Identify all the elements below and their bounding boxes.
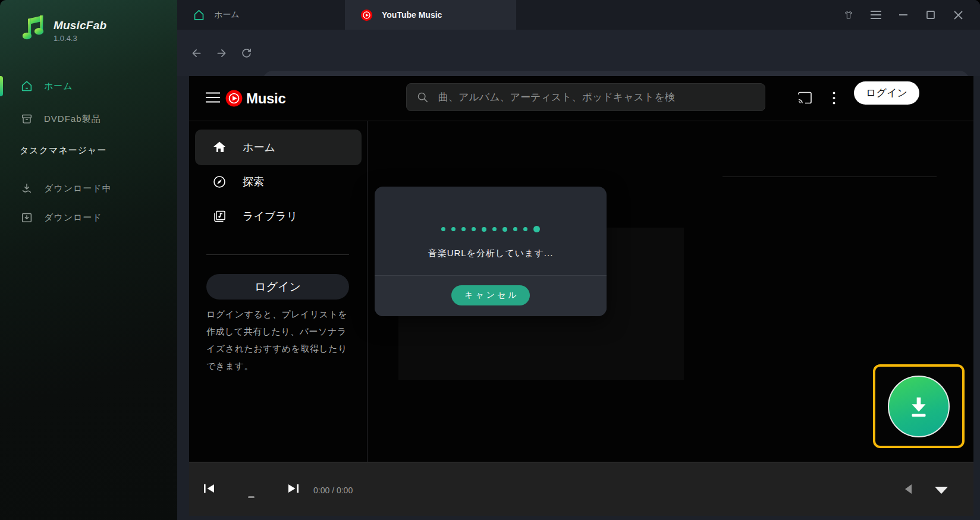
download-button-highlight — [873, 364, 965, 448]
menu-icon[interactable] — [871, 10, 881, 20]
tab-label: YouTube Music — [382, 10, 442, 20]
app-title: MusicFab — [54, 19, 106, 32]
minimize-icon[interactable] — [898, 10, 909, 20]
ytmusic-content: 音楽URLを分析しています... キャンセル — [368, 121, 973, 462]
download-icon — [905, 393, 932, 420]
download-button[interactable] — [888, 376, 950, 437]
cast-icon[interactable] — [797, 92, 812, 104]
sidebar-item-label: DVDFab製品 — [44, 114, 101, 125]
youtube-music-page: Music — [189, 76, 973, 516]
home-icon — [20, 80, 33, 93]
collapse-left-icon[interactable] — [905, 484, 912, 494]
player-expand-icon[interactable] — [935, 487, 948, 494]
library-icon — [212, 209, 227, 223]
app-version: 1.0.4.3 — [54, 34, 106, 43]
ytmusic-sidebar: ホーム 探索 — [189, 121, 368, 462]
tab-home[interactable]: ホーム — [177, 0, 345, 30]
product-box-icon — [20, 112, 33, 125]
sidebar-item-downloaded[interactable]: ダウンロード — [0, 207, 177, 228]
analyzing-dialog: 音楽URLを分析しています... キャンセル — [375, 187, 607, 316]
search-box[interactable] — [406, 83, 765, 111]
close-icon[interactable] — [953, 10, 963, 20]
musicfab-sidebar: MusicFab 1.0.4.3 ホーム DVDFab製品 タスクマネージャー — [0, 0, 177, 520]
sidebar-login-button[interactable]: ログイン — [206, 274, 349, 300]
home-icon — [193, 9, 205, 21]
sidebar-item-dvdfab-products[interactable]: DVDFab製品 — [0, 108, 177, 130]
kebab-menu-icon[interactable] — [833, 92, 835, 105]
tab-label: ホーム — [214, 10, 240, 20]
maximize-icon[interactable] — [925, 10, 936, 20]
content-divider — [723, 177, 937, 177]
sidebar-item-label: ホーム — [44, 81, 73, 92]
hamburger-menu-icon[interactable] — [206, 92, 220, 103]
playback-time: 0:00 / 0:00 — [313, 486, 353, 495]
player-bar: 0:00 / 0:00 — [189, 462, 973, 516]
address-bar — [177, 30, 980, 76]
ytmusic-nav-library[interactable]: ライブラリ — [195, 200, 362, 233]
play-button-loading-indicator — [248, 496, 255, 498]
nav-label: 探索 — [243, 175, 264, 189]
sidebar-item-label: ダウンロード中 — [44, 183, 112, 194]
downloading-icon — [20, 182, 33, 195]
cancel-button[interactable]: キャンセル — [451, 285, 530, 305]
youtube-music-icon — [225, 90, 243, 107]
next-track-icon[interactable] — [287, 484, 299, 493]
sidebar-section-task-manager[interactable]: タスクマネージャー — [20, 145, 162, 156]
sidebar-item-label: ダウンロード — [44, 212, 102, 223]
app-logo: MusicFab 1.0.4.3 — [19, 13, 106, 43]
loading-dots — [375, 226, 607, 232]
browser-panel: ホーム YouTube Music — [177, 0, 980, 520]
tab-bar: ホーム YouTube Music — [177, 0, 980, 30]
login-description: ログインすると、プレイリストを作成して共有したり、パーソナライズされたおすすめを… — [206, 305, 354, 374]
sidebar-divider — [206, 254, 349, 255]
window-controls — [843, 0, 980, 30]
ytmusic-nav-explore[interactable]: 探索 — [195, 165, 362, 198]
header-login-button[interactable]: ログイン — [854, 81, 919, 105]
youtube-music-icon — [360, 9, 373, 21]
theme-skin-icon[interactable] — [843, 10, 854, 20]
musicfab-window: MusicFab 1.0.4.3 ホーム DVDFab製品 タスクマネージャー — [0, 0, 980, 520]
ytmusic-nav-home[interactable]: ホーム — [195, 130, 362, 165]
nav-label: ホーム — [243, 140, 275, 155]
compass-icon — [212, 175, 227, 189]
musicfab-logo-icon — [19, 13, 46, 42]
ytmusic-logo[interactable]: Music — [225, 90, 286, 107]
dialog-footer: キャンセル — [375, 275, 607, 316]
tab-youtube-music[interactable]: YouTube Music — [345, 0, 516, 30]
ytmusic-header: Music — [189, 76, 973, 121]
ytmusic-body: ホーム 探索 — [189, 121, 973, 462]
dialog-message: 音楽URLを分析しています... — [375, 248, 607, 259]
search-icon — [416, 91, 429, 103]
sidebar-item-home[interactable]: ホーム — [0, 75, 177, 97]
search-input[interactable] — [437, 91, 755, 104]
home-icon — [212, 140, 227, 155]
ytmusic-logo-text: Music — [246, 90, 286, 107]
reload-icon[interactable] — [240, 47, 253, 59]
previous-track-icon[interactable] — [204, 484, 216, 493]
nav-label: ライブラリ — [243, 209, 297, 223]
sidebar-item-downloading[interactable]: ダウンロード中 — [0, 178, 177, 199]
forward-icon[interactable] — [215, 47, 228, 59]
downloaded-tray-icon — [20, 211, 33, 224]
back-icon[interactable] — [190, 47, 203, 59]
